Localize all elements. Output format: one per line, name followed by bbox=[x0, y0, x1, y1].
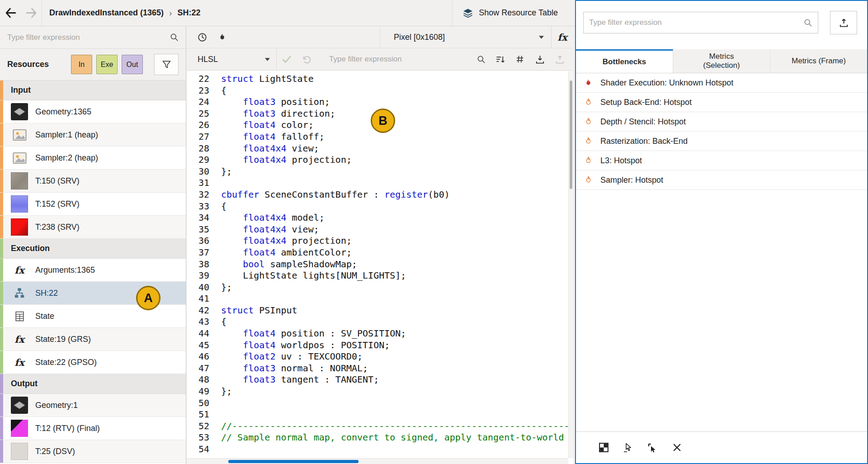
breadcrumb-event[interactable]: DrawIndexedInstanced (1365) bbox=[49, 8, 164, 18]
resource-item-label: State:22 (GPSO) bbox=[35, 358, 97, 367]
bottleneck-list: Shader Execution: Unknown HotspotSetup B… bbox=[576, 73, 867, 190]
texture-light-thumbnail bbox=[11, 443, 28, 460]
code-line: 52//------------------------------------… bbox=[187, 421, 573, 432]
section-stripe bbox=[0, 305, 3, 327]
code-text: struct PSInput bbox=[221, 305, 297, 317]
bottleneck-label: Depth / Stencil: Hotspot bbox=[600, 117, 686, 127]
scrollbar-thumb[interactable] bbox=[570, 80, 572, 189]
code-line: 48 float3 tangent : TANGENT; bbox=[187, 374, 573, 386]
resource-item[interactable]: State bbox=[0, 305, 186, 328]
toggle-in[interactable]: In bbox=[71, 55, 92, 74]
flame-orange-icon bbox=[583, 117, 593, 127]
export-icon bbox=[839, 18, 849, 28]
shader-toolbar-top: Pixel [0x1608] fx bbox=[187, 26, 573, 48]
resources-filter-input[interactable] bbox=[7, 33, 170, 42]
code-line: 30}; bbox=[187, 166, 573, 178]
code-horizontal-scrollbar[interactable] bbox=[187, 458, 568, 464]
resource-item[interactable]: T:238 (SRV) bbox=[0, 216, 186, 239]
resource-item[interactable]: Geometry:1 bbox=[0, 394, 186, 417]
shader-code-panel: Pixel [0x1608] fx HLSL bbox=[187, 26, 573, 464]
code-text: float4 color; bbox=[221, 119, 314, 131]
section-stripe bbox=[0, 147, 3, 169]
resource-item[interactable]: T:152 (SRV) bbox=[0, 193, 186, 216]
resource-item[interactable]: Sampler:2 (heap) bbox=[0, 147, 186, 170]
contrast-toggle-button[interactable] bbox=[593, 437, 614, 458]
resource-item[interactable]: SH:22A bbox=[0, 282, 186, 305]
resource-item[interactable]: T:12 (RTV) (Final) bbox=[0, 417, 186, 440]
tab-metrics-frame[interactable]: Metrics (Frame) bbox=[770, 49, 867, 73]
resource-item-label: T:12 (RTV) (Final) bbox=[35, 424, 100, 433]
line-numbers-button[interactable] bbox=[510, 49, 530, 69]
select-region-button[interactable] bbox=[642, 437, 663, 458]
resource-item[interactable]: fxState:22 (GPSO) bbox=[0, 351, 186, 374]
resource-section-header-output: Output bbox=[0, 374, 186, 394]
resource-item[interactable]: T:25 (DSV) bbox=[0, 440, 186, 463]
export-shader-button[interactable] bbox=[550, 49, 570, 69]
toggle-out[interactable]: Out bbox=[122, 55, 143, 74]
hotspot-flame-button[interactable] bbox=[212, 27, 232, 47]
texture-blue-thumbnail bbox=[11, 195, 28, 213]
shader-stage-dropdown[interactable]: Pixel [0x1608] bbox=[380, 33, 551, 42]
back-button[interactable] bbox=[0, 0, 21, 26]
undo-button[interactable] bbox=[297, 49, 316, 69]
shader-toolbar-bottom: HLSL bbox=[187, 48, 573, 71]
resource-item[interactable]: T:150 (SRV) bbox=[0, 170, 186, 193]
code-text: float3 position; bbox=[221, 96, 330, 108]
pick-pixel-button[interactable] bbox=[618, 437, 638, 458]
code-text: // Sample normal map, convert to signed,… bbox=[221, 432, 573, 444]
bottleneck-row[interactable]: L3: Hotspot bbox=[576, 151, 867, 170]
code-text: float4x4 projection; bbox=[221, 235, 352, 247]
bottlenecks-filter-input[interactable] bbox=[589, 18, 804, 27]
bottlenecks-footer-toolbar bbox=[576, 431, 867, 463]
bottleneck-label: Shader Execution: Unknown Hotspot bbox=[600, 78, 733, 88]
close-icon bbox=[672, 442, 682, 453]
line-number: 36 bbox=[187, 235, 209, 247]
search-icon bbox=[477, 55, 486, 64]
apply-button[interactable] bbox=[277, 49, 297, 69]
filter-button[interactable] bbox=[154, 54, 179, 75]
bottleneck-row[interactable]: Setup Back-End: Hotspot bbox=[576, 93, 867, 112]
tab-bottlenecks[interactable]: Bottlenecks bbox=[576, 49, 673, 73]
code-line: 36 float4x4 projection; bbox=[187, 235, 573, 247]
export-metrics-button[interactable] bbox=[830, 11, 857, 34]
tab-label: Bottlenecks bbox=[603, 57, 646, 66]
resource-item[interactable]: fxState:19 (GRS) bbox=[0, 328, 186, 351]
scrollbar-thumb[interactable] bbox=[228, 460, 359, 463]
resource-item[interactable]: fxArguments:1365 bbox=[0, 259, 186, 282]
tab-label: Metrics (Selection) bbox=[694, 52, 749, 70]
sort-button[interactable] bbox=[490, 49, 510, 69]
resource-item[interactable]: Geometry:1365 bbox=[0, 100, 186, 123]
code-text: //--------------------------------------… bbox=[221, 421, 573, 432]
bottleneck-row[interactable]: Rasterization: Back-End bbox=[576, 132, 867, 151]
fx-button[interactable]: fx bbox=[552, 27, 573, 47]
clear-selection-button[interactable] bbox=[666, 437, 687, 458]
fx-icon: fx bbox=[11, 354, 28, 371]
code-filter-input[interactable] bbox=[329, 55, 477, 64]
timing-button[interactable] bbox=[192, 27, 212, 47]
bottlenecks-panel: BottlenecksMetrics (Selection)Metrics (F… bbox=[575, 0, 868, 464]
breadcrumb: DrawIndexedInstanced (1365) › SH:22 bbox=[49, 8, 200, 18]
breadcrumb-current: SH:22 bbox=[177, 8, 200, 18]
code-line: 41 bbox=[187, 293, 573, 305]
show-resource-table-button[interactable]: Show Resource Table bbox=[453, 0, 575, 26]
line-number: 39 bbox=[187, 270, 209, 282]
bottleneck-row[interactable]: Shader Execution: Unknown Hotspot bbox=[576, 73, 867, 93]
code-vertical-scrollbar[interactable] bbox=[568, 71, 573, 458]
code-text: float2 uv : TEXCOORD0; bbox=[221, 351, 363, 363]
download-button[interactable] bbox=[530, 49, 550, 69]
bottleneck-row[interactable]: Depth / Stencil: Hotspot bbox=[576, 112, 867, 132]
code-filter-bar bbox=[316, 55, 490, 64]
topbar-divider bbox=[42, 0, 42, 26]
code-line: 51 bbox=[187, 409, 573, 421]
language-dropdown[interactable]: HLSL bbox=[191, 55, 276, 64]
flame-red-icon bbox=[583, 78, 593, 88]
toggle-exe[interactable]: Exe bbox=[96, 55, 118, 74]
fx-label: fx bbox=[557, 32, 567, 43]
section-stripe bbox=[0, 374, 3, 393]
check-icon bbox=[281, 54, 292, 65]
resource-item[interactable]: Sampler:1 (heap) bbox=[0, 123, 186, 147]
code-line: 40}; bbox=[187, 282, 573, 294]
forward-button[interactable] bbox=[21, 0, 42, 26]
tab-metrics-selection[interactable]: Metrics (Selection) bbox=[673, 49, 770, 73]
bottleneck-row[interactable]: Sampler: Hotspot bbox=[576, 170, 867, 190]
